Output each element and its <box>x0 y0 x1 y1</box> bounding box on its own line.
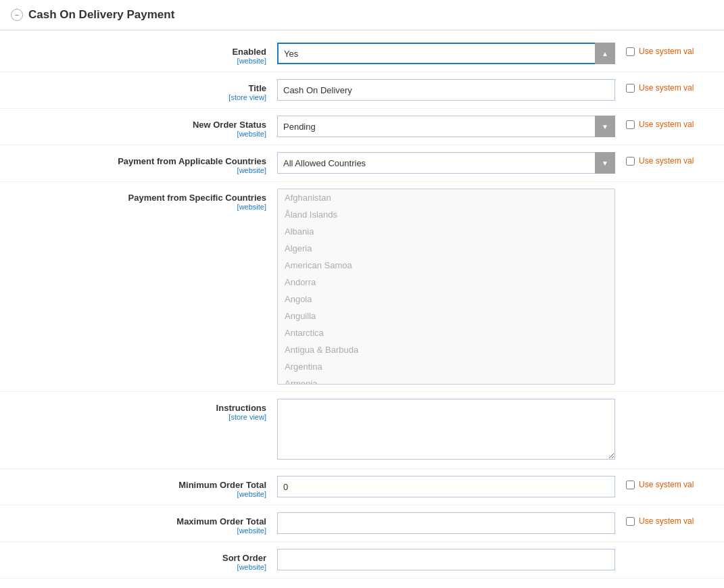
system-val-title: Use system val <box>615 79 723 93</box>
label-col-applicable-countries: Payment from Applicable Countries [websi… <box>0 152 277 174</box>
enabled-label: Enabled <box>0 47 266 57</box>
applicable-countries-scope: [website] <box>0 166 266 174</box>
order-status-label: New Order Status <box>0 120 266 130</box>
max-order-scope: [website] <box>0 526 266 535</box>
form-row-max-order: Maximum Order Total [website] Use system… <box>0 506 724 542</box>
order-status-scope: [website] <box>0 130 266 138</box>
label-col-enabled: Enabled [website] <box>0 43 277 65</box>
system-val-max-order-label: Use system val <box>639 516 694 526</box>
system-val-applicable-countries: Use system val <box>615 152 723 166</box>
system-val-min-order: Use system val <box>615 476 723 489</box>
instructions-textarea[interactable] <box>277 399 615 460</box>
specific-countries-scope: [website] <box>0 203 266 211</box>
applicable-countries-select-wrapper: All Allowed Countries Specific Countries… <box>277 152 615 174</box>
collapse-icon[interactable]: − <box>11 9 23 21</box>
sort-order-input[interactable] <box>277 549 615 570</box>
label-col-instructions: Instructions [store view] <box>0 399 277 421</box>
input-col-sort-order <box>277 549 615 570</box>
system-val-order-status: Use system val <box>615 116 723 129</box>
system-val-applicable-countries-label: Use system val <box>639 156 694 166</box>
order-status-select[interactable]: Pending Processing Complete <box>277 116 615 137</box>
form-row-applicable-countries: Payment from Applicable Countries [websi… <box>0 145 724 182</box>
max-order-input[interactable] <box>277 512 615 534</box>
min-order-label: Minimum Order Total <box>0 480 266 490</box>
sort-order-scope: [website] <box>0 563 266 571</box>
system-val-title-label: Use system val <box>639 83 694 93</box>
input-col-max-order <box>277 512 615 534</box>
page-container: − Cash On Delivery Payment Enabled [webs… <box>0 0 724 588</box>
system-val-enabled-label: Use system val <box>639 47 694 56</box>
specific-countries-label: Payment from Specific Countries <box>0 193 266 203</box>
sort-order-label: Sort Order <box>0 553 266 563</box>
input-col-min-order <box>277 476 615 497</box>
input-col-order-status: Pending Processing Complete ▼ <box>277 116 615 137</box>
enabled-select-wrapper: Yes No ▲ <box>277 43 615 64</box>
input-col-applicable-countries: All Allowed Countries Specific Countries… <box>277 152 615 174</box>
system-val-max-order-checkbox[interactable] <box>626 517 635 526</box>
title-input[interactable] <box>277 79 615 101</box>
section-header: − Cash On Delivery Payment <box>0 0 724 30</box>
input-col-specific-countries: AfghanistanÅland IslandsAlbaniaAlgeriaAm… <box>277 189 615 385</box>
system-val-max-order: Use system val <box>615 512 723 526</box>
system-val-order-status-checkbox[interactable] <box>626 120 635 129</box>
input-col-enabled: Yes No ▲ <box>277 43 615 64</box>
system-val-title-checkbox[interactable] <box>626 84 635 93</box>
system-val-min-order-label: Use system val <box>639 480 694 489</box>
instructions-scope: [store view] <box>0 413 266 421</box>
system-val-order-status-label: Use system val <box>639 120 694 129</box>
title-scope: [store view] <box>0 93 266 101</box>
label-col-order-status: New Order Status [website] <box>0 116 277 138</box>
system-val-applicable-countries-checkbox[interactable] <box>626 157 635 166</box>
enabled-select[interactable]: Yes No <box>277 43 615 64</box>
enabled-scope: [website] <box>0 57 266 65</box>
input-col-title <box>277 79 615 101</box>
section-title: Cash On Delivery Payment <box>28 8 174 22</box>
form-row-specific-countries: Payment from Specific Countries [website… <box>0 182 724 392</box>
applicable-countries-label: Payment from Applicable Countries <box>0 156 266 166</box>
instructions-label: Instructions <box>0 403 266 413</box>
label-col-min-order: Minimum Order Total [website] <box>0 476 277 498</box>
label-col-sort-order: Sort Order [website] <box>0 549 277 571</box>
input-col-instructions <box>277 399 615 462</box>
system-val-min-order-checkbox[interactable] <box>626 481 635 489</box>
form-row-title: Title [store view] Use system val <box>0 72 724 109</box>
form-area: Enabled [website] Yes No ▲ Use system va… <box>0 30 724 584</box>
form-row-min-order: Minimum Order Total [website] Use system… <box>0 469 724 506</box>
form-row-order-status: New Order Status [website] Pending Proce… <box>0 109 724 145</box>
min-order-scope: [website] <box>0 490 266 498</box>
title-label: Title <box>0 83 266 93</box>
label-col-max-order: Maximum Order Total [website] <box>0 512 277 535</box>
min-order-input[interactable] <box>277 476 615 497</box>
system-val-enabled-checkbox[interactable] <box>626 47 635 56</box>
specific-countries-listbox[interactable]: AfghanistanÅland IslandsAlbaniaAlgeriaAm… <box>277 189 615 385</box>
form-row-instructions: Instructions [store view] <box>0 392 724 469</box>
form-row-sort-order: Sort Order [website] <box>0 542 724 579</box>
applicable-countries-select[interactable]: All Allowed Countries Specific Countries <box>277 152 615 174</box>
form-row-enabled: Enabled [website] Yes No ▲ Use system va… <box>0 36 724 72</box>
label-col-title: Title [store view] <box>0 79 277 101</box>
order-status-select-wrapper: Pending Processing Complete ▼ <box>277 116 615 137</box>
system-val-enabled: Use system val <box>615 43 723 56</box>
label-col-specific-countries: Payment from Specific Countries [website… <box>0 189 277 211</box>
max-order-label: Maximum Order Total <box>0 516 266 526</box>
